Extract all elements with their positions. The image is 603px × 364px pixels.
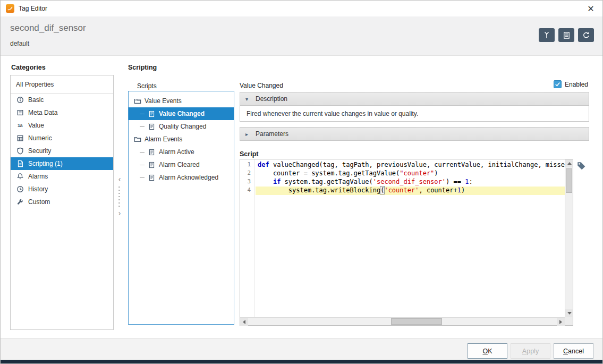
script-doc-icon — [148, 110, 156, 118]
ok-button[interactable]: OK — [468, 343, 507, 359]
description-text: Fired whenever the current value changes… — [247, 110, 418, 117]
categories-heading: Categories — [11, 64, 46, 71]
categories-all-properties[interactable]: All Properties — [11, 75, 113, 94]
category-label: Meta Data — [28, 109, 57, 116]
category-item-alarms[interactable]: Alarms — [11, 170, 113, 183]
refresh-button[interactable] — [578, 28, 594, 42]
tree-connector — [140, 126, 145, 127]
category-item-numeric[interactable]: Numeric — [11, 132, 113, 145]
code-line-1[interactable]: def valueChanged(tag, tagPath, previousV… — [256, 161, 565, 170]
tree-label: Quality Changed — [159, 123, 206, 130]
category-item-history[interactable]: History — [11, 183, 113, 196]
code-line-3[interactable]: if system.tag.getTagValue('second_dif_se… — [256, 178, 565, 187]
category-item-scripting[interactable]: Scripting (1) — [11, 157, 113, 170]
category-item-value[interactable]: 1aValue — [11, 119, 113, 132]
scroll-down-icon[interactable] — [565, 309, 573, 317]
category-label: Custom — [28, 198, 50, 206]
title-bar: Tag Editor ✕ — [1, 1, 602, 16]
numeric-icon — [16, 134, 24, 142]
scroll-up-icon[interactable] — [565, 159, 573, 167]
security-icon — [16, 147, 24, 155]
category-item-meta-data[interactable]: Meta Data — [11, 106, 113, 119]
tag-reference-icon[interactable] — [576, 161, 587, 172]
category-label: Basic — [28, 96, 44, 104]
tree-label: Value Events — [145, 97, 182, 105]
horizontal-scrollbar[interactable] — [240, 317, 565, 325]
category-item-custom[interactable]: Custom — [11, 196, 113, 208]
tree-item-quality-changed[interactable]: Quality Changed — [129, 120, 234, 133]
description-header-label: Description — [256, 95, 287, 103]
scrollbar-corner — [565, 317, 573, 325]
horizontal-scroll-thumb[interactable] — [391, 318, 442, 325]
scripts-tree: Value EventsValue ChangedQuality Changed… — [129, 95, 234, 184]
cancel-button-label: Cancel — [563, 348, 584, 355]
category-item-security[interactable]: Security — [11, 145, 113, 157]
tag-header: second_dif_sensor default — [1, 16, 602, 56]
tree-item-value-changed[interactable]: Value Changed — [129, 107, 234, 120]
category-label: Alarms — [28, 173, 48, 180]
scroll-left-icon[interactable] — [240, 318, 248, 326]
script-doc-icon — [148, 123, 156, 131]
script-label: Script — [240, 150, 258, 158]
vertical-scroll-thumb[interactable] — [566, 168, 572, 193]
tree-connector — [140, 114, 145, 114]
categories-panel: All Properties BasicMeta Data1aValueNume… — [10, 75, 114, 330]
collapse-collapsed-icon: ▸ — [245, 131, 251, 137]
category-label: Security — [28, 147, 51, 155]
category-label: Numeric — [28, 134, 52, 142]
window-title: Tag Editor — [19, 1, 47, 16]
value-icon: 1a — [16, 122, 24, 130]
tree-label: Value Changed — [159, 110, 205, 117]
category-item-basic[interactable]: Basic — [11, 94, 113, 106]
vertical-scrollbar[interactable] — [565, 159, 573, 317]
category-label: History — [28, 185, 48, 193]
parameters-header[interactable]: ▸ Parameters — [240, 127, 589, 141]
line-number: 4 — [240, 187, 254, 195]
parameters-header-label: Parameters — [256, 130, 288, 138]
enabled-label: Enabled — [565, 81, 588, 88]
script-doc-icon — [148, 148, 156, 156]
header-buttons — [539, 28, 594, 42]
line-number: 1 — [240, 161, 254, 170]
tree-item-alarm-events[interactable]: Alarm Events — [129, 133, 234, 146]
meta-icon — [16, 109, 24, 117]
categories-items: BasicMeta Data1aValueNumericSecurityScri… — [11, 94, 113, 208]
footer: OK Apply Cancel — [1, 339, 602, 360]
tree-item-alarm-acknowledged[interactable]: Alarm Acknowledged — [129, 171, 234, 184]
scroll-right-icon[interactable] — [557, 318, 565, 326]
tree-item-alarm-cleared[interactable]: Alarm Cleared — [129, 158, 234, 171]
tag-editor-window: Tag Editor ✕ second_dif_sensor default C… — [0, 0, 603, 364]
description-body: Fired whenever the current value changes… — [240, 106, 589, 122]
scripting-heading: Scripting — [128, 64, 157, 71]
description-header[interactable]: ▾ Description — [240, 92, 589, 106]
code-lines[interactable]: def valueChanged(tag, tagPath, previousV… — [256, 159, 565, 317]
bottom-strip — [1, 360, 602, 364]
tree-label: Alarm Active — [159, 148, 194, 156]
diagnostics-button[interactable] — [539, 28, 555, 42]
apply-button[interactable]: Apply — [511, 343, 550, 359]
scripts-tree-panel: Value EventsValue ChangedQuality Changed… — [128, 91, 234, 325]
ok-button-label: OK — [482, 348, 492, 355]
collapse-left-icon[interactable]: ‹ — [116, 175, 123, 183]
tree-connector — [140, 165, 145, 165]
tag-provider: default — [10, 40, 29, 47]
code-line-4[interactable]: system.tag.writeBlocking('counter', coun… — [256, 187, 565, 195]
scripting-icon — [16, 160, 24, 168]
tree-connector — [140, 152, 145, 153]
tree-item-value-events[interactable]: Value Events — [129, 95, 234, 107]
alarms-icon — [16, 173, 24, 181]
cancel-button[interactable]: Cancel — [554, 343, 593, 359]
script-editor: 1234 def valueChanged(tag, tagPath, prev… — [240, 159, 573, 326]
code-line-2[interactable]: counter = system.tag.getTagValue("counte… — [256, 170, 565, 178]
tree-item-alarm-active[interactable]: Alarm Active — [129, 146, 234, 158]
script-detail-title: Value Changed — [240, 82, 283, 89]
tree-label: Alarm Acknowledged — [159, 174, 218, 181]
close-icon[interactable]: ✕ — [582, 1, 599, 16]
splitter-grip[interactable] — [118, 187, 120, 208]
line-number: 2 — [240, 170, 254, 178]
category-label: Value — [28, 122, 44, 129]
enabled-checkbox[interactable] — [554, 80, 562, 88]
notes-button[interactable] — [558, 28, 574, 42]
script-doc-icon — [148, 174, 156, 182]
collapse-right-icon[interactable]: › — [116, 209, 123, 217]
